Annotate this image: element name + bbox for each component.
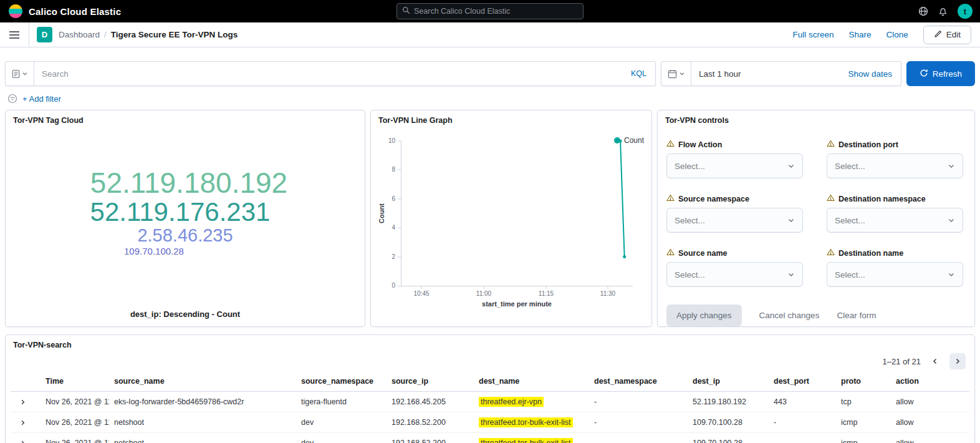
expand-row-icon[interactable] [16,419,26,426]
elastic-logo[interactable] [9,4,22,18]
column-header-proto[interactable]: proto [836,372,891,392]
column-header-dest-ip[interactable]: dest_ip [688,372,769,392]
y-tick-label: 6 [392,195,395,202]
x-tick-label: 11:30 [600,290,616,297]
source-name-select[interactable]: Select... [666,262,803,287]
control-label: Source namespace [678,195,749,203]
dashboard-header-bar: D Dashboard / Tigera Secure EE Tor-VPN L… [0,22,980,47]
chart-legend[interactable]: Count [614,136,644,145]
control-destination-port: Destination port Select... [827,140,963,178]
column-header-source-ip[interactable]: source_ip [387,372,474,392]
kql-syntax-button[interactable]: KQL [622,69,655,78]
time-range-label[interactable]: Last 1 hour [691,69,749,79]
table-row: Nov 26, 2021 @ 11:34:54.000 netshoot dev… [11,433,969,443]
refresh-button-label: Refresh [933,69,962,79]
column-header-dest-namespace[interactable]: dest_namespace [589,372,688,392]
query-bar: KQL Last 1 hour Show dates Refresh [0,47,980,86]
control-label: Destination name [838,249,903,258]
previous-page-button[interactable] [927,353,943,369]
edit-button[interactable]: Edit [923,26,971,44]
global-search-input[interactable] [414,7,578,16]
destination-namespace-select[interactable]: Select... [827,208,963,233]
clear-form-button[interactable]: Clear form [837,311,876,320]
chevron-down-icon [22,71,28,77]
count-series [619,140,627,259]
cell-dest-port: 443 [769,392,836,412]
cell-source-name: eks-log-forwarder-5bd4659786-cwd2r [109,392,296,412]
globe-icon[interactable] [918,6,928,16]
alerts-icon[interactable] [938,6,948,16]
time-picker[interactable]: Last 1 hour Show dates [661,61,901,86]
pencil-icon [934,30,942,40]
search-panel-title[interactable]: Tor-VPN-search [6,335,974,349]
column-header-dest-name[interactable]: dest_name [474,372,589,392]
tag-cloud-term[interactable]: 2.58.46.235 [137,226,233,245]
saved-query-menu-button[interactable] [6,62,34,85]
kql-search-box[interactable]: KQL [5,61,656,86]
x-tick-label: 11:00 [476,290,492,297]
column-header-dest-port[interactable]: dest_port [769,372,836,392]
global-search-box[interactable] [396,3,584,19]
tag-cloud-term[interactable]: 109.70.100.28 [124,246,184,256]
results-table: Time source_name source_namespace source… [11,372,969,443]
dashboard-app-badge[interactable]: D [37,27,52,42]
cancel-changes-button[interactable]: Cancel changes [759,311,820,320]
destination-name-select[interactable]: Select... [827,262,963,287]
filter-icon[interactable] [7,94,17,104]
show-dates-link[interactable]: Show dates [848,69,901,79]
pagination-label: 1–21 of 21 [883,357,921,366]
select-placeholder: Select... [835,270,865,280]
control-label: Flow Action [678,140,722,149]
add-filter-link[interactable]: + Add filter [22,94,61,104]
line-chart: 10:45 11:00 11:15 11:30 0 2 4 6 8 10 Cou… [377,130,645,314]
expand-row-icon[interactable] [16,440,26,443]
cell-dest-ip: 109.70.100.28 [688,412,769,433]
apply-changes-button[interactable]: Apply changes [666,304,742,326]
column-header-time[interactable]: Time [41,372,109,392]
calendar-icon-button[interactable] [661,62,691,85]
filter-bar: + Add filter [0,86,980,106]
tag-cloud-term[interactable]: 52.119.180.192 [90,168,287,198]
y-tick-label: 2 [392,253,395,260]
breadcrumb: Dashboard / Tigera Secure EE Tor-VPN Log… [59,30,238,39]
column-header-source-name[interactable]: source_name [109,372,296,392]
control-label: Destination port [838,140,898,149]
refresh-button[interactable]: Refresh [906,61,975,86]
chevron-down-icon [948,271,955,278]
kql-search-input[interactable] [34,69,622,79]
line-graph-panel: Tor-VPN Line Graph [370,110,652,327]
select-placeholder: Select... [835,216,865,225]
controls-panel-title[interactable]: Tor-VPN controls [658,110,974,125]
cell-proto: icmp [836,412,891,433]
table-row: Nov 26, 2021 @ 11:35:04.000 netshoot dev… [11,412,969,433]
source-namespace-select[interactable]: Select... [666,208,803,233]
cell-dest-name: threatfeed.tor-bulk-exit-list [474,412,589,433]
cell-proto: tcp [836,392,891,412]
breadcrumb-dashboard[interactable]: Dashboard [59,30,100,39]
search-results-panel: Tor-VPN-search 1–21 of 21 Time source_na… [5,334,975,443]
flow-action-select[interactable]: Select... [666,153,803,178]
search-icon [402,6,410,16]
share-link[interactable]: Share [848,30,871,39]
tag-cloud-panel-title[interactable]: Tor-VPN Tag Cloud [6,110,365,125]
tag-cloud-term[interactable]: 52.119.176.231 [90,198,271,226]
tag-cloud-caption: dest_ip: Descending - Count [6,309,365,319]
warning-icon [827,194,835,203]
line-graph-panel-title[interactable]: Tor-VPN Line Graph [371,110,651,125]
warning-icon [666,194,675,203]
y-tick-label: 0 [392,282,395,289]
full-screen-link[interactable]: Full screen [792,30,833,39]
chevron-down-icon [948,162,955,170]
clone-link[interactable]: Clone [886,30,908,39]
cell-dest-ip: 109.70.100.28 [688,433,769,443]
column-header-source-namespace[interactable]: source_namespace [296,372,387,392]
user-avatar[interactable]: t [958,4,973,19]
column-header-action[interactable]: action [891,372,969,392]
legend-dot [614,137,620,144]
menu-icon[interactable] [0,22,29,47]
x-tick-label: 10:45 [413,290,429,297]
y-tick-label: 4 [392,224,395,231]
expand-row-icon[interactable] [16,399,26,406]
destination-port-select[interactable]: Select... [827,153,963,178]
next-page-button[interactable] [949,353,966,369]
